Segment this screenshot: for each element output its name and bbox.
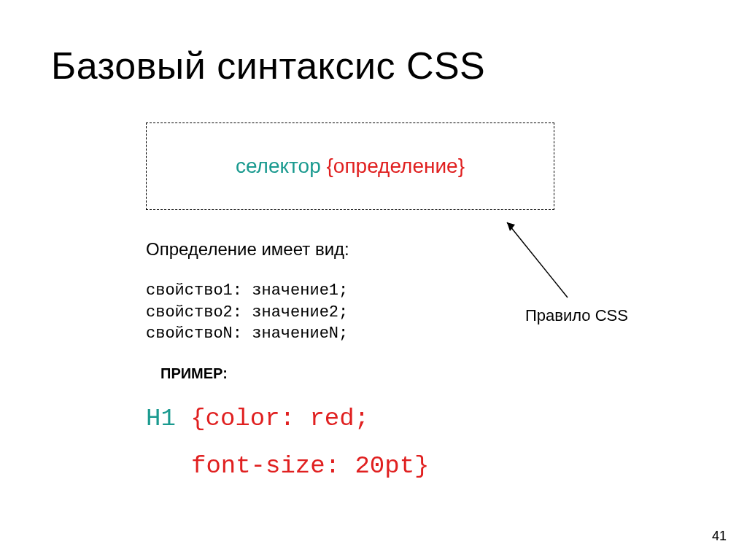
rule-definition: определение [333,155,458,178]
example-decl-open: {color: red; [176,405,369,432]
example-line-2: font-size: 20pt} [146,443,696,490]
page-number: 41 [712,529,727,544]
rule-brace-open: { [327,155,333,178]
rule-caption: Правило CSS [525,306,628,325]
example-line-1: H1 {color: red; [146,395,696,443]
example-decl-line2: font-size: 20pt} [191,443,429,490]
example-label: ПРИМЕР: [160,365,696,382]
slide: Базовый синтаксис CSS селектор { определ… [0,0,747,560]
rule-selector: селектор [236,155,321,178]
rule-brace-close: } [458,155,465,178]
svg-marker-1 [507,222,515,231]
property-line: свойствоN: значениеN; [146,323,696,345]
css-rule-box: селектор { определение } [146,122,554,210]
property-line: свойство1: значение1; [146,280,696,302]
example-code: H1 {color: red; font-size: 20pt} [146,395,696,489]
slide-title: Базовый синтаксис CSS [51,44,696,88]
arrow-icon [503,219,591,306]
definition-label: Определение имеет вид: [146,239,696,260]
example-selector: H1 [146,405,176,432]
svg-line-0 [507,222,568,298]
